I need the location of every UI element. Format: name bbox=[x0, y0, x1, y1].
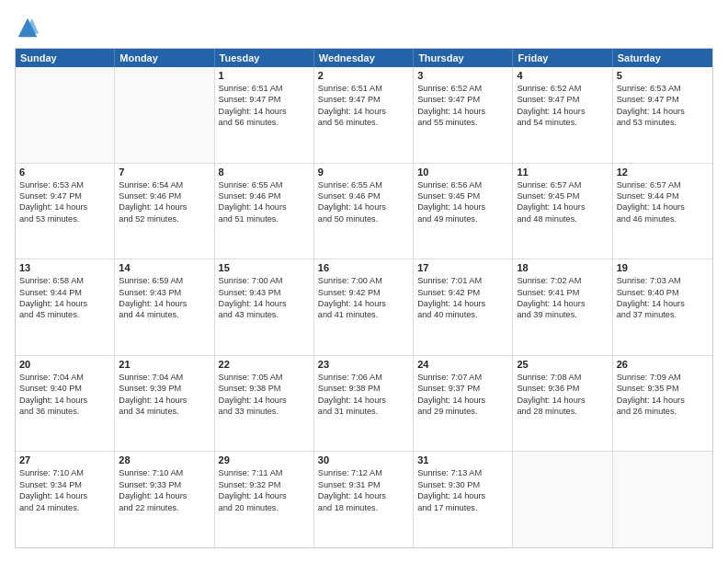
cell-info-line: Daylight: 14 hours bbox=[318, 201, 409, 213]
calendar-cell: 10Sunrise: 6:56 AMSunset: 9:45 PMDayligh… bbox=[414, 164, 513, 259]
cell-info-line: and 51 minutes. bbox=[219, 213, 310, 224]
calendar-cell: 12Sunrise: 6:57 AMSunset: 9:44 PMDayligh… bbox=[613, 164, 712, 259]
calendar-cell: 14Sunrise: 6:59 AMSunset: 9:43 PMDayligh… bbox=[115, 259, 214, 355]
cell-info-line: Sunset: 9:35 PM bbox=[617, 383, 709, 394]
cell-info-line: Daylight: 14 hours bbox=[318, 490, 409, 501]
cell-info-line: Daylight: 14 hours bbox=[417, 395, 508, 406]
cell-info-line: and 37 minutes. bbox=[617, 309, 709, 320]
calendar-cell: 5Sunrise: 6:53 AMSunset: 9:47 PMDaylight… bbox=[613, 67, 712, 163]
weekday-header-wednesday: Wednesday bbox=[314, 49, 414, 67]
day-number: 9 bbox=[318, 167, 409, 178]
cell-info-line: Sunrise: 7:12 AM bbox=[318, 467, 409, 478]
cell-info-line: Daylight: 14 hours bbox=[318, 395, 409, 406]
calendar-cell: 25Sunrise: 7:08 AMSunset: 9:36 PMDayligh… bbox=[513, 356, 612, 452]
header bbox=[15, 15, 713, 40]
cell-info-line: Daylight: 14 hours bbox=[617, 395, 709, 406]
cell-info-line: Daylight: 14 hours bbox=[219, 298, 310, 309]
cell-info-line: Sunrise: 7:00 AM bbox=[219, 275, 310, 286]
cell-info-line: and 20 minutes. bbox=[219, 502, 310, 513]
cell-info-line: Sunset: 9:47 PM bbox=[19, 190, 110, 201]
cell-info-line: and 29 minutes. bbox=[417, 406, 508, 417]
cell-info-line: and 55 minutes. bbox=[417, 117, 508, 128]
cell-info-line: and 39 minutes. bbox=[517, 309, 608, 320]
calendar-cell: 23Sunrise: 7:06 AMSunset: 9:38 PMDayligh… bbox=[314, 356, 414, 452]
cell-info-line: Sunset: 9:32 PM bbox=[219, 479, 310, 490]
calendar-cell: 13Sunrise: 6:58 AMSunset: 9:44 PMDayligh… bbox=[16, 259, 115, 355]
cell-info-line: Sunrise: 7:08 AM bbox=[517, 372, 608, 383]
cell-info-line: Sunset: 9:47 PM bbox=[318, 94, 409, 105]
cell-info-line: and 44 minutes. bbox=[119, 309, 210, 320]
day-number: 13 bbox=[19, 262, 110, 273]
cell-info-line: Sunset: 9:42 PM bbox=[318, 287, 409, 298]
cell-info-line: and 48 minutes. bbox=[517, 213, 608, 224]
day-number: 10 bbox=[417, 167, 508, 178]
cell-info-line: Sunset: 9:38 PM bbox=[318, 383, 409, 394]
cell-info-line: and 34 minutes. bbox=[119, 406, 210, 417]
cell-info-line: and 56 minutes. bbox=[219, 117, 310, 128]
cell-info-line: Daylight: 14 hours bbox=[517, 298, 608, 309]
calendar-cell bbox=[16, 67, 115, 163]
calendar-cell: 21Sunrise: 7:04 AMSunset: 9:39 PMDayligh… bbox=[115, 356, 214, 452]
cell-info-line: and 56 minutes. bbox=[318, 117, 409, 128]
calendar-week-1: 1Sunrise: 6:51 AMSunset: 9:47 PMDaylight… bbox=[16, 67, 712, 164]
day-number: 3 bbox=[417, 70, 508, 81]
cell-info-line: Daylight: 14 hours bbox=[19, 490, 110, 501]
calendar-cell: 29Sunrise: 7:11 AMSunset: 9:32 PMDayligh… bbox=[215, 452, 314, 547]
cell-info-line: and 49 minutes. bbox=[417, 213, 508, 224]
cell-info-line: Daylight: 14 hours bbox=[119, 201, 210, 213]
cell-info-line: Sunrise: 7:11 AM bbox=[219, 467, 310, 478]
cell-info-line: Sunset: 9:45 PM bbox=[417, 190, 508, 201]
cell-info-line: Sunset: 9:40 PM bbox=[19, 383, 110, 394]
calendar-cell: 24Sunrise: 7:07 AMSunset: 9:37 PMDayligh… bbox=[414, 356, 513, 452]
day-number: 17 bbox=[417, 262, 508, 273]
calendar-cell: 8Sunrise: 6:55 AMSunset: 9:46 PMDaylight… bbox=[215, 164, 314, 259]
calendar-cell: 2Sunrise: 6:51 AMSunset: 9:47 PMDaylight… bbox=[314, 67, 414, 163]
calendar-header: SundayMondayTuesdayWednesdayThursdayFrid… bbox=[16, 49, 712, 67]
calendar-cell bbox=[115, 67, 214, 163]
calendar-week-5: 27Sunrise: 7:10 AMSunset: 9:34 PMDayligh… bbox=[16, 452, 712, 547]
calendar-week-4: 20Sunrise: 7:04 AMSunset: 9:40 PMDayligh… bbox=[16, 356, 712, 453]
day-number: 16 bbox=[318, 262, 409, 273]
calendar-cell: 4Sunrise: 6:52 AMSunset: 9:47 PMDaylight… bbox=[513, 67, 612, 163]
cell-info-line: Sunset: 9:30 PM bbox=[417, 479, 508, 490]
cell-info-line: Sunset: 9:46 PM bbox=[318, 190, 409, 201]
cell-info-line: Sunrise: 6:58 AM bbox=[19, 275, 110, 286]
day-number: 7 bbox=[119, 167, 210, 178]
cell-info-line: Sunrise: 6:51 AM bbox=[219, 83, 310, 94]
day-number: 5 bbox=[617, 70, 709, 81]
day-number: 14 bbox=[119, 262, 210, 273]
cell-info-line: Sunrise: 6:52 AM bbox=[517, 83, 608, 94]
calendar-week-2: 6Sunrise: 6:53 AMSunset: 9:47 PMDaylight… bbox=[16, 164, 712, 260]
calendar-week-3: 13Sunrise: 6:58 AMSunset: 9:44 PMDayligh… bbox=[16, 259, 712, 356]
cell-info-line: Sunrise: 6:52 AM bbox=[417, 83, 508, 94]
cell-info-line: Daylight: 14 hours bbox=[617, 298, 709, 309]
cell-info-line: Daylight: 14 hours bbox=[318, 298, 409, 309]
cell-info-line: Sunset: 9:41 PM bbox=[517, 287, 608, 298]
cell-info-line: Daylight: 14 hours bbox=[219, 201, 310, 213]
cell-info-line: Daylight: 14 hours bbox=[219, 395, 310, 406]
day-number: 11 bbox=[517, 167, 608, 178]
day-number: 20 bbox=[19, 359, 110, 370]
cell-info-line: Sunset: 9:47 PM bbox=[617, 94, 709, 105]
cell-info-line: Sunrise: 7:07 AM bbox=[417, 372, 508, 383]
cell-info-line: Sunset: 9:47 PM bbox=[219, 94, 310, 105]
day-number: 2 bbox=[318, 70, 409, 81]
cell-info-line: Daylight: 14 hours bbox=[19, 298, 110, 309]
cell-info-line: Sunrise: 7:00 AM bbox=[318, 275, 409, 286]
day-number: 23 bbox=[318, 359, 409, 370]
calendar-cell: 16Sunrise: 7:00 AMSunset: 9:42 PMDayligh… bbox=[314, 259, 414, 355]
calendar-cell: 20Sunrise: 7:04 AMSunset: 9:40 PMDayligh… bbox=[16, 356, 115, 452]
cell-info-line: Sunrise: 6:53 AM bbox=[617, 83, 709, 94]
cell-info-line: Daylight: 14 hours bbox=[517, 395, 608, 406]
day-number: 15 bbox=[219, 262, 310, 273]
day-number: 28 bbox=[119, 454, 210, 465]
calendar-cell: 30Sunrise: 7:12 AMSunset: 9:31 PMDayligh… bbox=[314, 452, 414, 547]
day-number: 22 bbox=[219, 359, 310, 370]
day-number: 18 bbox=[517, 262, 608, 273]
cell-info-line: Daylight: 14 hours bbox=[119, 490, 210, 501]
calendar-cell bbox=[613, 452, 712, 547]
cell-info-line: Sunrise: 7:03 AM bbox=[617, 275, 709, 286]
cell-info-line: Daylight: 14 hours bbox=[119, 298, 210, 309]
cell-info-line: and 24 minutes. bbox=[19, 502, 110, 513]
weekday-header-sunday: Sunday bbox=[16, 49, 115, 67]
